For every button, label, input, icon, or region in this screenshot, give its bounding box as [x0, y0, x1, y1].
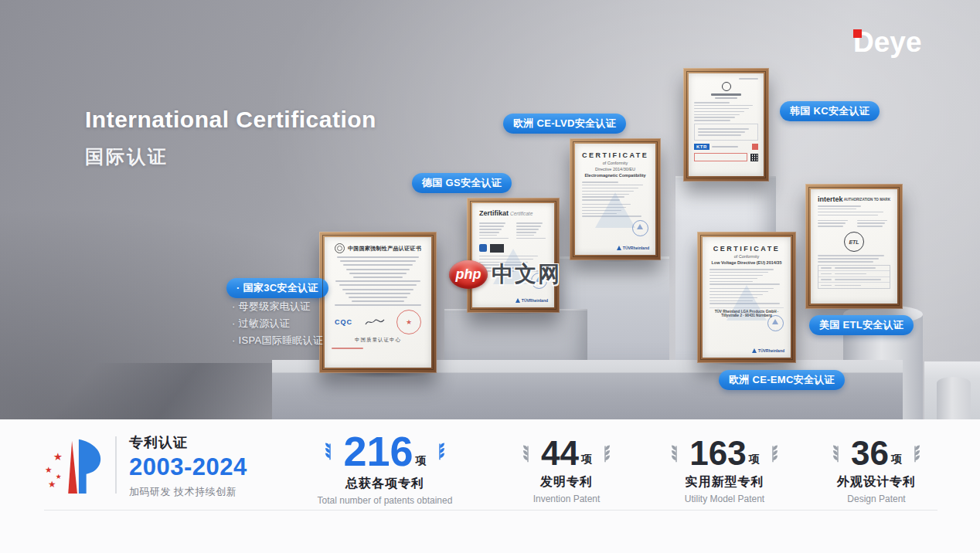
- certificate-text-lines: [818, 218, 851, 229]
- deye-logo: Deye: [853, 25, 943, 60]
- authorization-to-mark-text: AUTHORIZATION TO MARK: [844, 198, 890, 202]
- certificate-3c: 中国国家强制性产品认证证书 CQC ★ 中国质量认证中心: [319, 232, 437, 373]
- kc-red-stamp-box: [694, 153, 747, 161]
- stat-label-zh: 总获各项专利: [308, 476, 462, 492]
- intertek-logo-text: intertek: [818, 195, 843, 203]
- stat-label-zh: 发明专利: [497, 474, 636, 490]
- horizontal-divider: [44, 510, 937, 511]
- certificate-text-lines: [479, 221, 510, 241]
- signature-icon: [365, 317, 385, 327]
- tuv-logo-text: TÜVRheinland: [758, 348, 784, 353]
- ktr-text-line: [712, 146, 738, 148]
- etl-mark-text: ETL: [849, 239, 859, 245]
- certificate-gs: ZertifikatCertificate TÜVRheinland: [467, 198, 560, 313]
- laurel-left-icon: [832, 444, 844, 463]
- laurel-left-icon: [522, 444, 534, 463]
- stat-invention-patent: 44项 发明专利 Invention Patent: [497, 436, 636, 504]
- stat-label-zh: 外观设计专利: [806, 474, 947, 490]
- stat-unit: 项: [891, 453, 902, 470]
- label-gs: 德国 GS安全认证: [412, 173, 512, 193]
- svg-text:★: ★: [48, 479, 56, 489]
- label-ce-emc: 欧洲 CE-EMC安全认证: [719, 370, 845, 390]
- certificate-ce-emc-paper: CERTIFICATE of Conformity Low Voltage Di…: [703, 237, 791, 358]
- ktr-red-seal-icon: [752, 144, 758, 150]
- stat-label-en: Utility Model Patent: [653, 494, 796, 504]
- certificate-text-lines: [694, 102, 758, 121]
- laurel-left-icon: [324, 442, 336, 460]
- tuv-logo-icon: [752, 348, 757, 353]
- stat-utility-model-patent: 163项 实用新型专利 Utility Model Patent: [653, 436, 796, 504]
- certificate-scope: Electromagnetic Compatibility: [582, 173, 648, 178]
- certificate-directive: Low Voltage Directive (EU) 2014/35: [709, 260, 784, 265]
- certificate-subtitle: of Conformity: [709, 254, 784, 259]
- patent-years: 2003-2024: [129, 453, 247, 481]
- laurel-left-icon: [670, 444, 682, 463]
- page-title-zh: 国际认证: [85, 144, 168, 169]
- laurel-right-icon: [909, 444, 921, 463]
- laurel-right-icon: [434, 442, 446, 460]
- stat-value: 163: [689, 436, 746, 470]
- certificate-text-lines: [709, 269, 784, 285]
- php-badge-icon: php: [449, 260, 488, 289]
- certificate-text-lines: [857, 218, 890, 229]
- stat-value: 36: [851, 436, 889, 470]
- certificate-3c-title: 中国国家强制性产品认证证书: [348, 245, 421, 253]
- certificate-subtitle-line: [715, 97, 737, 99]
- label-3c-sub-1: · 母婴级家电认证: [232, 300, 311, 314]
- tuv-logo-icon: [617, 246, 621, 250]
- stat-unit: 项: [749, 453, 760, 470]
- cqc-mark: CQC: [335, 318, 352, 326]
- certificate-kc-paper: KTR: [689, 73, 764, 176]
- vertical-divider: [115, 436, 117, 494]
- page: International Certification 国际认证 Deye 中国…: [0, 0, 980, 553]
- ccc-mark-icon: [335, 243, 345, 253]
- label-ce-lvd: 欧洲 CE-LVD安全认证: [503, 114, 626, 134]
- certificate-text-lines: [818, 205, 890, 215]
- patent-tagline: 加码研发 技术持续创新: [129, 485, 247, 499]
- pedestal-gs: [444, 309, 587, 363]
- php-cn-watermark: php 中文网: [449, 260, 561, 289]
- certificate-ce-lvd: CERTIFICATE of Conformity Directive 2014…: [570, 138, 661, 260]
- certificate-subtitle: of Conformity: [582, 161, 648, 165]
- stat-value: 216: [343, 430, 413, 472]
- stat-label-en: Invention Patent: [497, 494, 636, 504]
- stat-unit: 项: [416, 454, 427, 472]
- label-3c-sub-3: · ISPA国际睡眠认证: [232, 334, 323, 348]
- tuv-triangle-watermark-icon: [595, 192, 635, 228]
- etl-mark-icon: ETL: [844, 232, 864, 252]
- qr-code-icon: [750, 154, 758, 161]
- certificate-number-line: [739, 78, 758, 80]
- label-3c-sub-2: · 过敏源认证: [232, 317, 290, 331]
- red-seal-icon: ★: [396, 310, 421, 334]
- svg-text:★: ★: [53, 451, 63, 463]
- certificate-title-line: [711, 93, 740, 96]
- certificate-3c-issuer: 中国质量认证中心: [332, 337, 424, 344]
- gs-mark-icon: [479, 244, 487, 252]
- stat-unit: 项: [581, 453, 592, 470]
- label-3c: · 国家3C安全认证: [226, 278, 328, 298]
- certificate-text-lines: [516, 221, 547, 241]
- blue-seal-icon: [767, 315, 784, 331]
- pedestal-corner-cylinder: [937, 377, 971, 419]
- stat-total-patents: 216项 总获各项专利 Total number of patents obta…: [308, 430, 462, 506]
- tuv-logo-text: TÜVRheinland: [522, 298, 548, 303]
- label-kc: 韩国 KC安全认证: [780, 101, 880, 121]
- stat-label-en: Total number of patents obtained: [308, 495, 462, 506]
- certificate-gs-subtitle: Certificate: [510, 211, 533, 216]
- patents-section: ★ ★ ★ ★ 专利认证 2003-2024 加码研发 技术持续创新 216项 …: [0, 419, 980, 553]
- patent-header-block: ★ ★ ★ ★ 专利认证 2003-2024 加码研发 技术持续创新: [44, 433, 247, 499]
- certificate-text-lines: [332, 256, 424, 306]
- certificate-3c-paper: 中国国家强制性产品认证证书 CQC ★ 中国质量认证中心: [325, 237, 431, 368]
- watermark-text: 中文网: [492, 260, 561, 289]
- certificate-gs-paper: ZertifikatCertificate TÜVRheinland: [472, 203, 554, 307]
- certificate-ce-lvd-paper: CERTIFICATE of Conformity Directive 2014…: [575, 144, 655, 255]
- patent-section-title: 专利认证: [129, 433, 247, 452]
- tuv-logo-icon: [516, 298, 520, 303]
- certificate-directive: Directive 2014/30/EU: [582, 167, 648, 171]
- svg-text:★: ★: [56, 473, 62, 480]
- stat-label-zh: 实用新型专利: [653, 474, 796, 490]
- stat-label-en: Design Patent: [806, 494, 947, 504]
- certificate-ce-emc: CERTIFICATE of Conformity Low Voltage Di…: [697, 232, 796, 363]
- svg-text:★: ★: [45, 465, 53, 474]
- laurel-right-icon: [599, 444, 611, 463]
